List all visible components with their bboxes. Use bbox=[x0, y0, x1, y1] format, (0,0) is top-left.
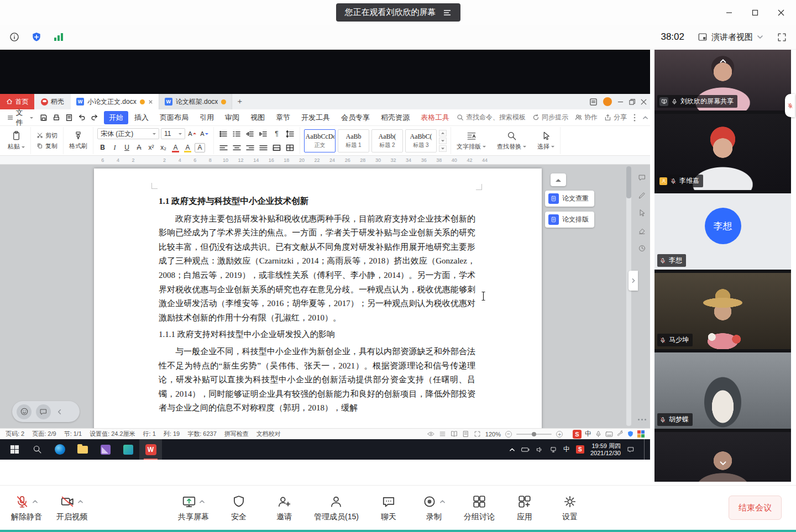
doc-tab-inactive[interactable]: W 论文框架.docx bbox=[159, 94, 233, 109]
ethernet-icon[interactable] bbox=[549, 446, 557, 454]
ribbon-tab[interactable]: 页面布局 bbox=[155, 111, 193, 124]
close-button[interactable] bbox=[768, 0, 794, 25]
increase-font-button[interactable]: A bbox=[187, 129, 197, 139]
format-button[interactable]: A bbox=[170, 143, 181, 153]
participant-tile-partial[interactable] bbox=[654, 432, 791, 482]
chat-bubble-button[interactable] bbox=[36, 404, 51, 419]
invite-button[interactable]: 邀请 bbox=[269, 494, 300, 522]
status-item[interactable]: 列: 19 bbox=[164, 430, 180, 438]
document-area[interactable]: 1.1 政府支持与科技型中小企业技术创新 政府支持主要包括研发补贴和税收优惠两种… bbox=[0, 165, 650, 428]
participant-tile[interactable]: 马少坤 bbox=[654, 273, 791, 349]
volume-icon[interactable] bbox=[536, 446, 543, 454]
ribbon-tab[interactable]: 稻壳资源 bbox=[376, 111, 415, 124]
fullscreen-icon[interactable] bbox=[777, 32, 787, 43]
styles-down-button[interactable] bbox=[439, 138, 447, 144]
decrease-font-button[interactable]: A bbox=[199, 129, 210, 139]
format-button[interactable]: A bbox=[195, 143, 205, 152]
show-desktop-button[interactable] bbox=[644, 439, 647, 460]
outdent-button[interactable] bbox=[244, 129, 256, 139]
ime-keyboard-icon[interactable] bbox=[605, 431, 613, 438]
align-right-button[interactable] bbox=[244, 143, 256, 152]
end-meeting-button[interactable]: 结束会议 bbox=[729, 496, 782, 520]
preview-icon[interactable] bbox=[65, 114, 73, 122]
page-layout-icon[interactable] bbox=[462, 430, 469, 438]
doc-tool-button[interactable]: 论文排版 bbox=[545, 212, 594, 228]
taskbar-ime-indicator[interactable]: 中 bbox=[563, 445, 570, 454]
format-button[interactable]: A bbox=[134, 143, 144, 153]
format-button[interactable]: U bbox=[122, 143, 132, 153]
participant-tile[interactable]: 李想 李想 bbox=[654, 193, 791, 270]
start-video-button[interactable]: 开启视频 bbox=[56, 494, 87, 522]
format-button[interactable]: x² bbox=[146, 143, 156, 153]
style-preset[interactable]: AaBbC( 标题 3 bbox=[405, 129, 437, 152]
vertical-scrollbar[interactable] bbox=[626, 166, 631, 426]
photos-app-icon[interactable] bbox=[94, 439, 117, 460]
manage-members-button[interactable]: 管理成员(15) bbox=[314, 494, 359, 522]
edge-icon[interactable] bbox=[49, 439, 71, 460]
format-button[interactable]: A bbox=[182, 143, 193, 153]
redo-icon[interactable] bbox=[91, 114, 98, 122]
style-preset[interactable]: AaBb 标题 1 bbox=[338, 129, 369, 152]
align-left-button[interactable] bbox=[218, 143, 229, 152]
document-page[interactable]: 1.1 政府支持与科技型中小企业技术创新 政府支持主要包括研发补贴和税收优惠两种… bbox=[94, 168, 542, 428]
file-menu-button[interactable]: 文件 bbox=[4, 108, 36, 128]
panel-collapse-chevron-up-icon[interactable] bbox=[719, 59, 727, 64]
side-toolbar-more-icon[interactable] bbox=[638, 419, 646, 420]
horizontal-ruler[interactable]: 642 246810121416182022242628303234363840… bbox=[0, 156, 650, 165]
wps-close-icon[interactable] bbox=[641, 99, 647, 105]
ribbon-tab[interactable]: 开发工具 bbox=[296, 111, 335, 124]
unmute-button[interactable]: 解除静音 bbox=[11, 494, 42, 522]
minimize-button[interactable] bbox=[716, 0, 742, 25]
participant-tile-sharer[interactable]: 刘欣欣的屏幕共享 bbox=[654, 50, 791, 110]
select-button[interactable]: 选择 bbox=[536, 131, 556, 151]
bullet-list-button[interactable] bbox=[218, 129, 229, 139]
styles-more-button[interactable] bbox=[439, 145, 447, 152]
collapse-tools-button[interactable] bbox=[551, 173, 566, 186]
new-tab-button[interactable]: ＋ bbox=[232, 94, 247, 109]
zoom-slider[interactable] bbox=[516, 434, 552, 435]
justify-button[interactable] bbox=[258, 143, 269, 152]
ribbon-tab[interactable]: 章节 bbox=[271, 111, 295, 124]
print-icon[interactable] bbox=[53, 114, 60, 122]
video-options-caret-icon[interactable] bbox=[77, 499, 83, 504]
chat-button[interactable]: 聊天 bbox=[373, 494, 404, 522]
participant-tile[interactable]: 李维嘉 bbox=[654, 114, 791, 190]
history-icon[interactable] bbox=[638, 244, 646, 252]
status-item[interactable]: 页码: 2 bbox=[6, 430, 24, 438]
mic-options-caret-icon[interactable] bbox=[32, 499, 38, 504]
font-family-select[interactable]: 宋体 (正文) bbox=[97, 128, 159, 139]
taskbar-search-button[interactable] bbox=[26, 439, 49, 460]
status-item[interactable]: 设置值: 24.2厘米 bbox=[90, 430, 135, 438]
eraser-icon[interactable] bbox=[638, 227, 646, 235]
status-item[interactable]: 拼写检查 bbox=[224, 430, 249, 438]
security-button[interactable]: 安全 bbox=[223, 494, 254, 522]
meeting-info-icon[interactable] bbox=[9, 31, 20, 43]
save-icon[interactable] bbox=[40, 114, 48, 122]
style-preset[interactable]: AaBb( 标题 2 bbox=[371, 129, 403, 152]
outline-view-icon[interactable] bbox=[439, 430, 446, 438]
format-button[interactable]: x₂ bbox=[158, 143, 169, 153]
status-item[interactable]: 文档校对 bbox=[256, 430, 281, 438]
user-avatar[interactable] bbox=[603, 97, 612, 106]
status-item[interactable]: 页面: 2/9 bbox=[32, 430, 56, 438]
ribbon-tab[interactable]: 审阅 bbox=[220, 111, 244, 124]
sogou-icon[interactable]: S bbox=[573, 430, 582, 439]
ribbon-tab[interactable]: 视图 bbox=[245, 111, 270, 124]
record-button[interactable]: 录制 bbox=[418, 494, 449, 522]
format-painter-button[interactable]: 格式刷 bbox=[67, 131, 89, 150]
doc-tool-button[interactable]: 论文查重 bbox=[545, 191, 594, 207]
fullscreen-view-icon[interactable] bbox=[474, 430, 481, 438]
security-shield-icon[interactable] bbox=[31, 31, 42, 43]
shading-button[interactable] bbox=[271, 143, 282, 152]
read-mode-icon[interactable] bbox=[451, 430, 458, 438]
ime-toolbox-icon[interactable] bbox=[616, 430, 624, 438]
record-options-caret-icon[interactable] bbox=[439, 499, 446, 504]
taskbar-sogou-icon[interactable]: S bbox=[576, 445, 584, 454]
indent-button[interactable] bbox=[258, 129, 269, 139]
panel-expand-handle[interactable] bbox=[629, 271, 638, 291]
ime-mic-icon[interactable] bbox=[595, 430, 602, 438]
zoom-in-button[interactable]: ＋ bbox=[556, 431, 563, 438]
styles-up-button[interactable] bbox=[439, 130, 447, 136]
defender-shield-icon[interactable] bbox=[627, 430, 634, 438]
status-item[interactable]: 字数: 6237 bbox=[187, 430, 217, 438]
